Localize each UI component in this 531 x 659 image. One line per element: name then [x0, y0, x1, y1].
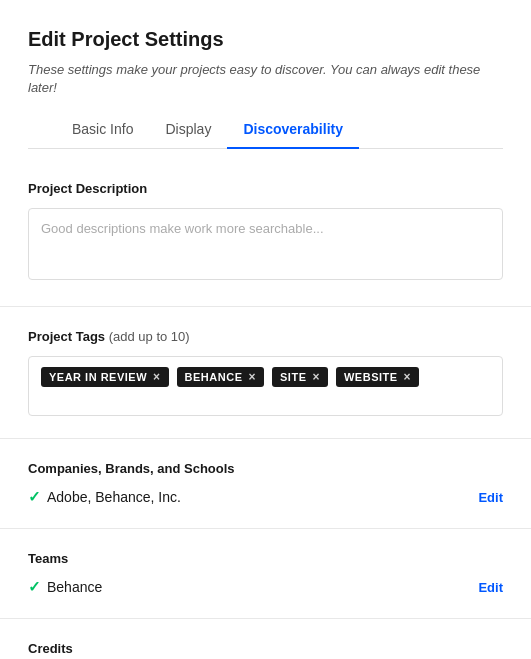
tag-site: SITE × [272, 367, 328, 387]
modal-body: Project Description Project Tags (add up… [0, 159, 531, 659]
tag-label: BEHANCE [185, 371, 243, 383]
credits-section: Credits [0, 619, 531, 659]
checkmark-icon: ✓ [28, 578, 41, 596]
teams-value: ✓ Behance [28, 578, 102, 596]
tabs-container: Basic Info Display Discoverability [28, 111, 503, 149]
checkmark-icon: ✓ [28, 488, 41, 506]
modal: Edit Project Settings These settings mak… [0, 0, 531, 659]
tag-remove-year-in-review[interactable]: × [153, 371, 161, 383]
project-description-input[interactable] [28, 208, 503, 280]
tab-discoverability[interactable]: Discoverability [227, 111, 359, 149]
project-tags-label: Project Tags (add up to 10) [28, 329, 503, 344]
tag-year-in-review: YEAR IN REVIEW × [41, 367, 169, 387]
teams-label: Teams [28, 551, 503, 566]
companies-edit-button[interactable]: Edit [478, 490, 503, 505]
companies-text: Adobe, Behance, Inc. [47, 489, 181, 505]
tag-label: YEAR IN REVIEW [49, 371, 147, 383]
teams-row: ✓ Behance Edit [28, 578, 503, 596]
tab-basic-info[interactable]: Basic Info [56, 111, 149, 149]
tag-website: WEBSITE × [336, 367, 419, 387]
companies-row: ✓ Adobe, Behance, Inc. Edit [28, 488, 503, 506]
modal-header: Edit Project Settings These settings mak… [0, 0, 531, 159]
tag-remove-behance[interactable]: × [249, 371, 257, 383]
project-tags-section: Project Tags (add up to 10) YEAR IN REVI… [0, 307, 531, 439]
modal-title: Edit Project Settings [28, 28, 503, 51]
teams-edit-button[interactable]: Edit [478, 580, 503, 595]
tag-label: SITE [280, 371, 306, 383]
project-description-section: Project Description [0, 159, 531, 307]
tag-label: WEBSITE [344, 371, 398, 383]
teams-text: Behance [47, 579, 102, 595]
companies-value: ✓ Adobe, Behance, Inc. [28, 488, 181, 506]
tab-display[interactable]: Display [149, 111, 227, 149]
tags-container[interactable]: YEAR IN REVIEW × BEHANCE × SITE × WEBSIT… [28, 356, 503, 416]
tag-behance: BEHANCE × [177, 367, 264, 387]
companies-label: Companies, Brands, and Schools [28, 461, 503, 476]
tag-remove-site[interactable]: × [312, 371, 320, 383]
credits-label: Credits [28, 641, 503, 656]
modal-subtitle: These settings make your projects easy t… [28, 61, 503, 97]
tag-remove-website[interactable]: × [404, 371, 412, 383]
project-description-label: Project Description [28, 181, 503, 196]
teams-section: Teams ✓ Behance Edit [0, 529, 531, 619]
companies-section: Companies, Brands, and Schools ✓ Adobe, … [0, 439, 531, 529]
